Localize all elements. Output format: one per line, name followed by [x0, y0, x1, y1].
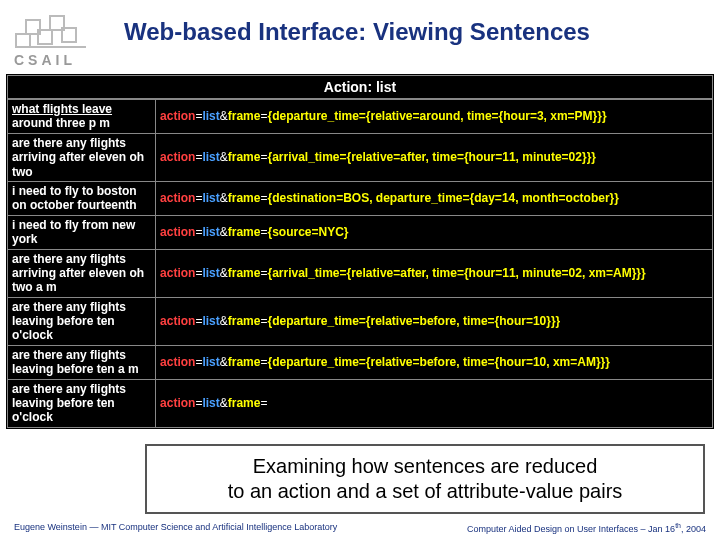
frame-cell: action=list&frame={departure_time={relat…	[156, 297, 713, 345]
slide-title: Web-based Interface: Viewing Sentences	[114, 8, 590, 46]
sentence-cell: are there any flights leaving before ten…	[8, 297, 156, 345]
action-header: Action: list	[7, 75, 713, 99]
slide-header: CSAIL Web-based Interface: Viewing Sente…	[0, 0, 720, 74]
frame-cell: action=list&frame=	[156, 379, 713, 427]
sentence-cell: are there any flights leaving before ten…	[8, 345, 156, 379]
sentence-table: what flights leave around three p mactio…	[7, 99, 713, 428]
sentence-cell: i need to fly from new york	[8, 215, 156, 249]
table-row: are there any flights arriving after ele…	[8, 133, 713, 181]
callout-box: Examining how sentences are reduced to a…	[145, 444, 705, 514]
sentence-cell: are there any flights arriving after ele…	[8, 133, 156, 181]
frame-cell: action=list&frame={departure_time={relat…	[156, 345, 713, 379]
frame-cell: action=list&frame={source=NYC}	[156, 215, 713, 249]
table-row: are there any flights leaving before ten…	[8, 297, 713, 345]
svg-rect-5	[16, 46, 86, 48]
frame-cell: action=list&frame={arrival_time={relativ…	[156, 249, 713, 297]
callout-line2: to an action and a set of attribute-valu…	[228, 480, 623, 502]
logo-icon	[14, 8, 94, 48]
svg-rect-0	[16, 34, 30, 48]
table-row: are there any flights arriving after ele…	[8, 249, 713, 297]
sentence-cell: are there any flights leaving before ten…	[8, 379, 156, 427]
table-row: are there any flights leaving before ten…	[8, 345, 713, 379]
table-row: i need to fly from new yorkaction=list&f…	[8, 215, 713, 249]
table-row: what flights leave around three p mactio…	[8, 100, 713, 134]
sentence-cell: i need to fly to boston on october fourt…	[8, 181, 156, 215]
logo-text: CSAIL	[14, 52, 114, 68]
sentence-table-area: Action: list what flights leave around t…	[6, 74, 714, 429]
sentence-cell: what flights leave around three p m	[8, 100, 156, 134]
frame-cell: action=list&frame={arrival_time={relativ…	[156, 133, 713, 181]
table-row: are there any flights leaving before ten…	[8, 379, 713, 427]
sentence-cell: are there any flights arriving after ele…	[8, 249, 156, 297]
sentence-link[interactable]: what flights leave	[12, 102, 112, 116]
footer-left: Eugene Weinstein — MIT Computer Science …	[14, 522, 337, 534]
slide-footer: Eugene Weinstein — MIT Computer Science …	[0, 522, 720, 534]
frame-cell: action=list&frame={destination=BOS, depa…	[156, 181, 713, 215]
callout-line1: Examining how sentences are reduced	[253, 455, 598, 477]
csail-logo: CSAIL	[14, 8, 114, 68]
frame-cell: action=list&frame={departure_time={relat…	[156, 100, 713, 134]
footer-right: Computer Aided Design on User Interfaces…	[467, 522, 706, 534]
table-row: i need to fly to boston on october fourt…	[8, 181, 713, 215]
